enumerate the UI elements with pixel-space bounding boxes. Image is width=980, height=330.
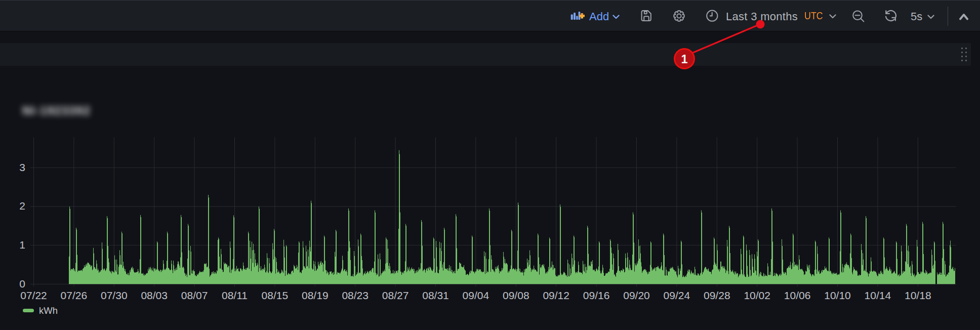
svg-text:1: 1: [681, 53, 687, 66]
